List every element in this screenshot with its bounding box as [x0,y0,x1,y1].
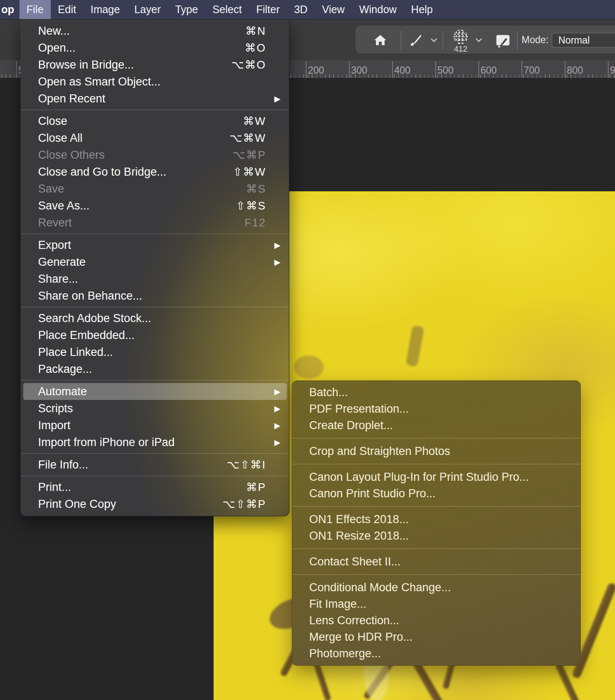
menu-item-shortcut: ⇧⌘W [233,165,266,179]
menubar-item-filter[interactable]: Filter [249,0,287,19]
menu-item-save-as[interactable]: Save As...⇧⌘S [21,197,289,214]
menu-item-shortcut: ⌥⌘O [231,58,266,72]
menubar-item-view[interactable]: View [315,0,352,19]
menu-item-on1-effects-2018[interactable]: ON1 Effects 2018... [292,511,580,528]
brush-settings-panel-button[interactable] [494,26,512,54]
options-divider [442,31,443,50]
menu-separator [21,476,289,476]
menu-item-label: Fit Image... [309,598,366,611]
menu-item-place-linked[interactable]: Place Linked... [21,344,289,361]
menubar-item-select[interactable]: Select [205,0,249,19]
menu-item-label: Save As... [38,199,90,212]
menu-item-lens-correction[interactable]: Lens Correction... [292,612,580,629]
ruler-major-tick [522,61,522,78]
menu-item-contact-sheet-ii[interactable]: Contact Sheet II... [292,554,580,570]
menu-item-photomerge[interactable]: Photomerge... [292,645,580,662]
ruler-number: 600 [480,65,497,76]
menu-item-open-recent[interactable]: Open Recent▶ [21,90,289,107]
menu-item-label: Close All [38,132,82,145]
menu-item-batch[interactable]: Batch... [292,384,580,401]
ruler-number: 800 [567,65,583,76]
menu-item-conditional-mode-change[interactable]: Conditional Mode Change... [292,579,580,596]
ruler-number: 300 [351,65,367,76]
menu-item-label: Import [38,419,71,432]
menu-item-label: Canon Layout Plug-In for Print Studio Pr… [309,471,529,484]
home-icon [373,33,388,47]
menu-item-scripts[interactable]: Scripts▶ [21,400,289,417]
menu-item-pdf-presentation[interactable]: PDF Presentation... [292,401,580,417]
menu-separator [21,110,289,110]
menu-item-close-and-go-to-bridge[interactable]: Close and Go to Bridge...⇧⌘W [21,163,289,180]
menu-item-save[interactable]: Save⌘S [21,180,289,197]
menu-item-print[interactable]: Print...⌘P [21,479,289,496]
menu-item-revert[interactable]: RevertF12 [21,214,289,231]
menu-item-package[interactable]: Package... [21,361,289,378]
menu-item-canon-layout-plug-in-for-print-studio-pro[interactable]: Canon Layout Plug-In for Print Studio Pr… [292,469,580,485]
submenu-arrow-icon: ▶ [266,438,280,447]
menu-item-label: Batch... [309,386,348,399]
menu-item-automate[interactable]: Automate▶ [23,383,287,400]
ruler-major-tick [565,61,566,78]
menu-item-on1-resize-2018[interactable]: ON1 Resize 2018... [292,528,580,544]
menu-item-close[interactable]: Close⌘W [21,113,289,130]
menu-item-canon-print-studio-pro[interactable]: Canon Print Studio Pro... [292,485,580,502]
menubar-item-window[interactable]: Window [352,0,404,19]
menubar-item-edit[interactable]: Edit [51,0,83,19]
menubar-item-image[interactable]: Image [83,0,127,19]
menu-item-merge-to-hdr-pro[interactable]: Merge to HDR Pro... [292,629,580,645]
menu-item-shortcut: F12 [244,216,266,229]
menu-item-import-from-iphone-or-ipad[interactable]: Import from iPhone or iPad▶ [21,434,289,451]
menu-item-generate[interactable]: Generate▶ [21,254,289,270]
menu-item-shortcut: ⌥⇧⌘P [222,498,266,511]
menu-item-fit-image[interactable]: Fit Image... [292,596,580,612]
menu-item-search-adobe-stock[interactable]: Search Adobe Stock... [21,310,289,327]
menu-item-shortcut: ⌘N [245,25,266,38]
menu-item-label: Merge to HDR Pro... [309,631,413,644]
ruler-number: 500 [437,65,453,76]
submenu-arrow-icon: ▶ [266,257,280,267]
home-button[interactable] [372,26,389,54]
menu-separator [21,380,289,380]
menu-item-open-as-smart-object[interactable]: Open as Smart Object... [21,73,289,90]
menu-item-import[interactable]: Import▶ [21,417,289,434]
brush-tool-dropdown[interactable] [428,26,439,54]
menu-item-close-others[interactable]: Close Others⌥⌘P [21,146,289,163]
menu-item-shortcut: ⌘P [246,481,266,494]
menu-item-shortcut: ⌥⌘W [229,132,266,145]
menu-item-place-embedded[interactable]: Place Embedded... [21,327,289,344]
brush-tool-button[interactable] [407,26,424,54]
menu-item-share-on-behance[interactable]: Share on Behance... [21,287,289,304]
automate-submenu: Batch...PDF Presentation...Create Drople… [292,380,581,666]
menu-item-label: Close and Go to Bridge... [38,165,166,179]
menubar-item-file[interactable]: File [19,0,51,19]
brush-preset-dropdown[interactable] [473,26,484,54]
brush-preset-thumbnail [453,30,468,44]
menubar-item-layer[interactable]: Layer [127,0,168,19]
menu-item-crop-and-straighten-photos[interactable]: Crop and Straighten Photos [292,443,580,460]
menu-item-print-one-copy[interactable]: Print One Copy⌥⇧⌘P [21,496,289,513]
menu-item-close-all[interactable]: Close All⌥⌘W [21,130,289,146]
menubar-item-3d[interactable]: 3D [287,0,315,19]
menu-separator [21,234,289,234]
menubar-item-type[interactable]: Type [168,0,205,19]
menu-item-create-droplet[interactable]: Create Droplet... [292,417,580,434]
brush-preset-picker[interactable]: 412 [453,30,468,54]
menu-item-label: Open... [38,41,76,55]
menu-bar: op FileEditImageLayerTypeSelectFilter3DV… [0,0,615,19]
menu-item-label: File Info... [38,458,88,471]
menu-item-file-info[interactable]: File Info...⌥⇧⌘I [21,456,289,473]
menu-item-open[interactable]: Open...⌘O [21,39,289,56]
ruler-number: 700 [524,65,540,76]
app-menu-partial[interactable]: op [0,0,19,19]
menu-item-label: Browse in Bridge... [38,58,134,72]
menu-item-new[interactable]: New...⌘N [21,22,289,39]
mode-select[interactable]: Normal [552,33,615,48]
ruler-number: 900 [610,65,615,76]
menubar-item-help[interactable]: Help [404,0,440,19]
submenu-arrow-icon: ▶ [266,94,280,104]
menu-item-share[interactable]: Share... [21,270,289,287]
mode-label: Mode: [522,26,549,54]
menu-item-browse-in-bridge[interactable]: Browse in Bridge...⌥⌘O [21,56,289,73]
menu-item-export[interactable]: Export▶ [21,237,289,254]
submenu-arrow-icon: ▶ [266,404,280,413]
